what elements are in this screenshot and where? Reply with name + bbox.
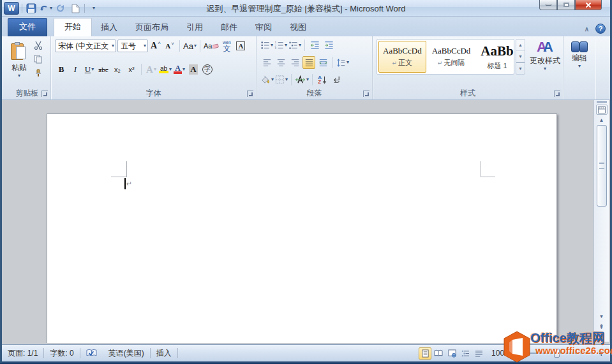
separator (22, 4, 22, 13)
group-label-paragraph: 段落 (257, 88, 372, 99)
spellcheck-status[interactable] (80, 345, 103, 361)
cut-button[interactable] (32, 39, 45, 52)
format-painter-button[interactable] (32, 67, 45, 80)
tab-insert[interactable]: 插入 (92, 19, 126, 36)
sort-button[interactable]: AZ (316, 73, 329, 86)
asian-layout-button[interactable]: ▾ (295, 73, 309, 86)
outline-view-icon (461, 350, 470, 357)
text-effects-button[interactable]: A▾ (145, 63, 158, 76)
style-item-no-spacing[interactable]: AaBbCcDd ↵无间隔 (428, 41, 475, 73)
numbering-button[interactable]: 123▾ (274, 39, 287, 52)
undo-button[interactable]: ▾ (40, 2, 52, 15)
scroll-up-button[interactable]: ▲ (596, 115, 608, 125)
enclose-characters-button[interactable]: 字 (201, 63, 214, 76)
multilevel-list-icon (288, 41, 298, 50)
minimize-button[interactable] (539, 0, 557, 10)
paste-dropdown-arrow[interactable]: ▾ (18, 73, 20, 78)
font-color-button[interactable]: A▾ (173, 63, 186, 76)
line-spacing-button[interactable]: ▾ (336, 56, 349, 69)
borders-button[interactable]: ▾ (275, 73, 288, 86)
bold-button[interactable]: B (55, 63, 68, 76)
character-shading-button[interactable]: A (187, 63, 200, 76)
line-spacing-icon (336, 59, 346, 67)
redo-button[interactable] (54, 2, 67, 15)
scroll-down-button[interactable]: ▼ (596, 311, 608, 321)
tab-file[interactable]: 文件 (8, 18, 47, 36)
outline-view-button[interactable] (459, 347, 472, 360)
align-center-button[interactable] (274, 56, 287, 69)
grow-font-button[interactable]: A˄ (149, 40, 162, 52)
multilevel-list-button[interactable]: ▾ (288, 39, 301, 52)
align-right-button[interactable] (288, 56, 301, 69)
text-cursor (124, 178, 126, 189)
style-item-normal[interactable]: AaBbCcDd ↵正文 (378, 41, 426, 73)
change-styles-button[interactable]: AA 更改样式 ▾ (528, 38, 562, 87)
tab-home[interactable]: 开始 (54, 18, 92, 36)
tab-review[interactable]: 审阅 (246, 19, 281, 36)
styles-dialog-launcher[interactable] (554, 91, 560, 97)
styles-gallery-more[interactable]: ▼ (516, 62, 525, 74)
collapse-ribbon-icon[interactable]: ∧ (585, 25, 589, 33)
text-highlight-button[interactable]: ab▾ (159, 63, 172, 76)
paragraph-dialog-launcher[interactable] (363, 91, 369, 97)
distributed-icon (318, 59, 328, 67)
help-icon[interactable]: ? (595, 24, 606, 34)
tab-references[interactable]: 引用 (177, 19, 212, 36)
strikethrough-button[interactable]: abc (97, 63, 110, 76)
word-app-icon[interactable]: W (4, 2, 19, 15)
bullets-button[interactable]: ▾ (260, 39, 273, 52)
tab-view[interactable]: 视图 (281, 19, 315, 36)
shrink-font-button[interactable]: A˅ (163, 40, 176, 52)
copy-button[interactable] (32, 53, 45, 66)
superscript-button[interactable]: x² (125, 63, 138, 76)
increase-indent-button[interactable] (322, 39, 335, 52)
change-case-button[interactable]: Aa▾ (183, 40, 197, 52)
character-border-button[interactable]: A (234, 40, 247, 52)
styles-scroll-up[interactable]: ▲ (516, 40, 525, 51)
font-dialog-launcher[interactable] (247, 91, 253, 97)
distribute-button[interactable] (317, 56, 329, 69)
font-size-combo[interactable]: 五号 ▾ (117, 40, 148, 52)
tab-page-layout[interactable]: 页面布局 (126, 19, 177, 36)
language-indicator[interactable]: 英语(美国) (103, 345, 150, 361)
ruler-toggle-button[interactable] (596, 105, 608, 115)
styles-scroll-down[interactable]: ▼ (516, 51, 525, 62)
web-layout-view-button[interactable] (445, 347, 458, 360)
insert-mode-indicator[interactable]: 插入 (151, 345, 177, 361)
fullscreen-reading-view-button[interactable] (432, 347, 445, 360)
asian-layout-icon (295, 75, 306, 84)
font-family-combo[interactable]: 宋体 (中文正文 ▾ (55, 40, 116, 52)
editing-menu-button[interactable]: 编辑 ▾ (566, 39, 593, 69)
new-document-button[interactable] (69, 2, 82, 15)
minimize-icon (546, 4, 551, 6)
print-layout-view-button[interactable] (419, 347, 431, 360)
document-page[interactable] (47, 113, 557, 343)
decrease-indent-button[interactable] (308, 39, 321, 52)
undo-dropdown-arrow[interactable]: ▾ (50, 6, 52, 11)
save-button[interactable] (25, 2, 38, 15)
paste-button[interactable]: 粘贴 ▾ (8, 40, 31, 78)
shading-button[interactable]: ▾ (260, 73, 274, 86)
justify-button[interactable] (302, 56, 315, 69)
page-indicator[interactable]: 页面: 1/1 (2, 345, 43, 361)
group-editing: 编辑 ▾ (563, 36, 595, 99)
scrollbar-thumb[interactable] (597, 125, 607, 207)
tab-mailings[interactable]: 邮件 (212, 19, 246, 36)
split-handle[interactable] (597, 101, 607, 104)
close-button[interactable] (575, 0, 602, 10)
margin-mark-top-right (481, 177, 495, 177)
draft-view-button[interactable] (472, 347, 485, 360)
italic-button[interactable]: I (69, 63, 82, 76)
align-left-button[interactable] (260, 56, 273, 69)
underline-button[interactable]: U▾ (83, 63, 96, 76)
style-item-heading1[interactable]: AaBb 标题 1 (476, 41, 518, 73)
show-hide-marks-button[interactable] (330, 73, 343, 86)
clipboard-dialog-launcher[interactable] (41, 91, 48, 97)
phonetic-guide-button[interactable]: wén文 (220, 40, 233, 52)
maximize-button[interactable] (557, 0, 575, 10)
subscript-button[interactable]: x₂ (111, 63, 124, 76)
paragraph-marks-icon (332, 76, 341, 84)
clear-formatting-button[interactable]: Aa (204, 40, 219, 52)
word-count[interactable]: 字数: 0 (44, 345, 79, 361)
print-layout-icon (421, 349, 429, 358)
